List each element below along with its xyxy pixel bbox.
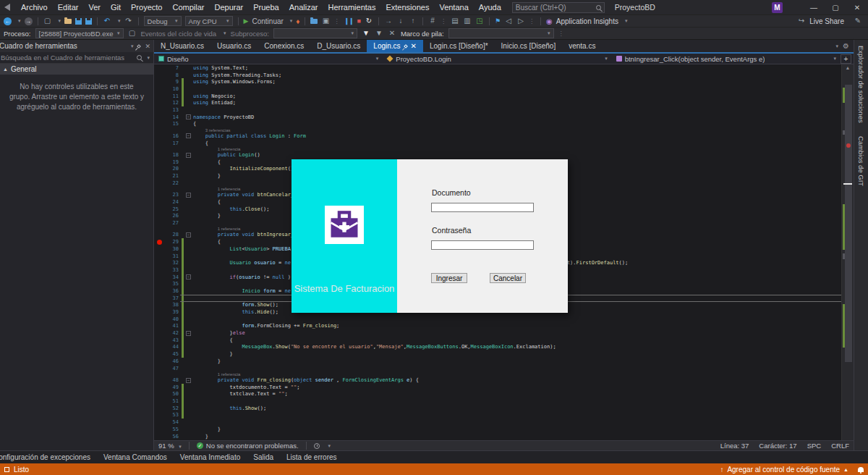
code-line[interactable]: 44 MessageBox.Show("No se encontre el us… — [154, 344, 841, 351]
tab-login-cs[interactable]: Login.cs✕ — [367, 40, 423, 52]
thread-dropdown[interactable]: ▾ — [273, 28, 357, 38]
fold-collapse-icon[interactable]: − — [186, 193, 191, 198]
quick-search-box[interactable]: Buscar (Ctrl+Q) — [512, 2, 605, 13]
open-folder-icon[interactable] — [64, 19, 72, 24]
code-line[interactable]: 13 — [154, 106, 841, 114]
code-line[interactable]: 9using System.Windows.Forms; — [154, 78, 841, 85]
attach-icon[interactable]: ◳ — [475, 17, 484, 26]
process-dropdown[interactable]: [25888] ProyectoBD.exe▾ — [35, 28, 124, 38]
cancelar-button[interactable]: Cancelar — [490, 273, 526, 283]
step-out-icon[interactable]: ↑ — [409, 17, 417, 26]
filter-edit-icon[interactable]: ▼ — [375, 29, 383, 38]
ingresar-button[interactable]: Ingresar — [431, 273, 467, 283]
code-line[interactable]: 49 txtdocumento.Text = ""; — [154, 384, 841, 391]
code-line[interactable]: 14−namespace ProyectoBD — [154, 114, 841, 121]
close-button[interactable]: ✕ — [846, 0, 868, 14]
watch-icon[interactable] — [314, 443, 320, 449]
stack-frame-dropdown[interactable]: ▾ — [448, 28, 554, 38]
hot-reload-icon[interactable]: ♦ — [296, 17, 299, 25]
menu-item[interactable]: Prueba — [248, 3, 284, 12]
filter-icon[interactable]: ▼ — [362, 29, 370, 38]
close-icon[interactable]: ✕ — [145, 43, 150, 50]
toolbox-group-general[interactable]: ▲ General — [0, 64, 153, 75]
code-line[interactable]: 11using Negocio; — [154, 93, 841, 100]
menu-item[interactable]: Depurar — [209, 3, 248, 12]
codelens-references[interactable]: 3 referencias — [154, 127, 841, 133]
overflow-dots-icon[interactable]: ⋮ — [441, 18, 447, 25]
menu-item[interactable]: Proyecto — [126, 3, 167, 12]
notifications-icon[interactable] — [858, 467, 864, 472]
bottom-tab-salida[interactable]: Salida — [253, 453, 273, 461]
contrasena-input[interactable] — [431, 240, 534, 250]
navigate-back-icon[interactable]: ← — [4, 17, 12, 25]
close-icon[interactable]: ✕ — [411, 42, 417, 50]
tab-login-cs-dise-o-[interactable]: Login.cs [Diseño]* — [423, 40, 495, 52]
codelens-references[interactable]: 1 referencia — [154, 371, 841, 377]
pause-icon[interactable]: ❙❙ — [344, 17, 353, 25]
tab-n-usuario-cs[interactable]: N_Usuario.cs — [154, 40, 210, 52]
tab-venta-cs[interactable]: venta.cs — [562, 40, 602, 52]
maximize-button[interactable]: ▢ — [825, 0, 846, 14]
code-line[interactable]: 56 } — [154, 433, 841, 440]
save-icon[interactable] — [75, 18, 82, 25]
code-line[interactable]: 45 } — [154, 350, 841, 358]
code-line[interactable]: 47 — [154, 365, 841, 372]
continue-button-label[interactable]: Continuar — [252, 17, 283, 25]
pin-icon[interactable] — [404, 44, 408, 49]
code-line[interactable]: 53 — [154, 412, 841, 419]
menu-item[interactable]: Extensiones — [380, 3, 434, 12]
lifecycle-events-label[interactable]: Eventos del ciclo de vida — [141, 30, 217, 38]
prev-bookmark-icon[interactable]: ◁ — [504, 17, 513, 26]
new-window-icon[interactable]: ▢ — [43, 17, 52, 26]
save-all-icon[interactable] — [85, 18, 92, 25]
breadcrumb-design[interactable]: Diseño ▾ — [154, 55, 383, 63]
tab-inicio-cs-dise-o-[interactable]: Inicio.cs [Diseño] — [495, 40, 563, 52]
step-into-icon[interactable]: ↓ — [396, 17, 405, 26]
fold-collapse-icon[interactable]: − — [186, 153, 191, 158]
menu-item[interactable]: Analizar — [284, 3, 323, 12]
bottom-tab-ventana-inmediato[interactable]: Ventana Inmediato — [180, 453, 240, 461]
breadcrumb-type[interactable]: ProyectoBD.Login ▾ — [383, 55, 611, 63]
code-line[interactable]: 10 — [154, 85, 841, 93]
live-share-icon[interactable]: ↪ — [797, 17, 806, 26]
pin-icon[interactable] — [137, 44, 142, 49]
bottom-tab-configuraci-n-de-excepciones[interactable]: Configuración de excepciones — [0, 453, 90, 461]
menu-item[interactable]: Ayuda — [474, 3, 506, 12]
code-line[interactable]: 17 { — [154, 140, 841, 147]
menu-item[interactable]: Ver — [83, 3, 106, 12]
code-line[interactable]: 42− }else — [154, 329, 841, 337]
application-insights-label[interactable]: Application Insights — [556, 17, 618, 25]
scroll-up-arrow-icon[interactable]: ▲ — [842, 65, 854, 70]
codelens-references[interactable]: 1 referencia — [154, 146, 841, 151]
code-line[interactable]: 41 form.FormClosing += Frm_closing; — [154, 323, 841, 330]
split-window-button[interactable]: + — [841, 54, 851, 64]
menu-item[interactable]: Git — [106, 3, 126, 12]
tab-conexion-cs[interactable]: Conexion.cs — [258, 40, 310, 52]
account-avatar[interactable]: M — [772, 2, 783, 13]
live-share-label[interactable]: Live Share — [809, 17, 844, 25]
fold-collapse-icon[interactable]: − — [186, 232, 191, 238]
breakpoint-icon[interactable] — [157, 240, 162, 245]
code-line[interactable]: 52 this.Show(); — [154, 405, 841, 412]
overflow-dots-icon[interactable]: ⋮ — [558, 30, 565, 37]
code-line[interactable]: 43 { — [154, 337, 841, 344]
tab-d-usuario-cs[interactable]: D_Usuario.cs — [310, 40, 367, 52]
side-tab-cambios-de-git[interactable]: Cambios de GIT — [857, 136, 865, 186]
lifecycle-events-icon[interactable]: ▢ — [128, 29, 137, 38]
menu-item[interactable]: Ventana — [434, 3, 473, 12]
code-line[interactable]: 16− public partial class Login : Form — [154, 133, 841, 140]
add-to-source-control-button[interactable]: Agregar al control de código fuente — [727, 466, 840, 474]
chevron-down-icon[interactable]: ▾ — [836, 43, 839, 49]
feedback-icon[interactable]: ✎ — [854, 17, 862, 26]
code-line[interactable]: 7using System.Text; — [154, 64, 841, 72]
tab-usuario-cs[interactable]: Usuario.cs — [210, 40, 258, 52]
redo-icon[interactable]: ↷ — [124, 17, 133, 26]
clear-filter-icon[interactable]: ✕ — [388, 29, 396, 38]
code-line[interactable]: 55 } — [154, 426, 841, 433]
platform-dropdown[interactable]: Any CPU▾ — [185, 16, 233, 26]
breakpoints-window-icon[interactable]: ▤ — [451, 17, 459, 26]
code-line[interactable]: 15{ — [154, 121, 841, 128]
eol-indicator[interactable]: CRLF — [831, 442, 849, 450]
step-over-icon[interactable]: → — [384, 17, 393, 26]
code-line[interactable]: 54 — [154, 419, 841, 426]
